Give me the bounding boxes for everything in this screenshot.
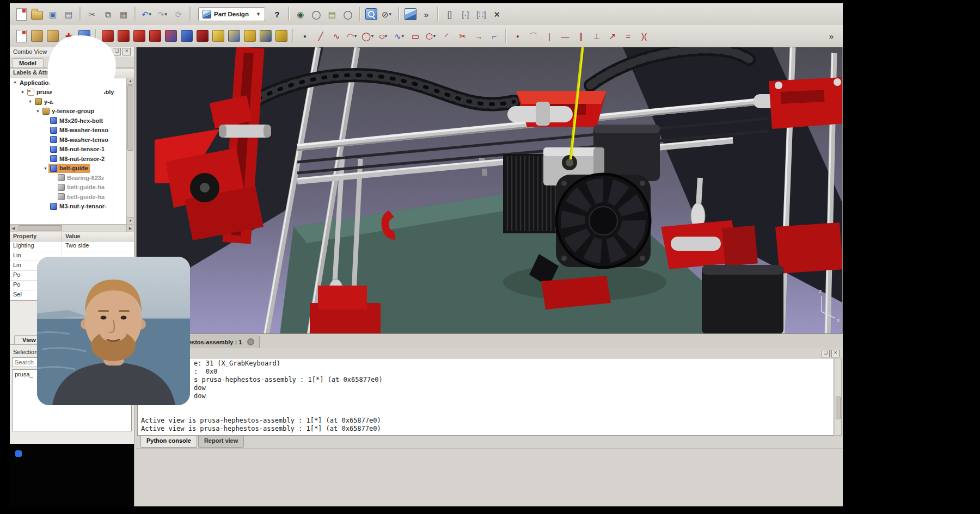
boolean-operation-icon[interactable] <box>164 29 178 43</box>
property-row-lighting[interactable]: LightingTwo side <box>10 241 134 251</box>
sketch-fillet-icon[interactable]: ◜ <box>440 29 454 43</box>
create-arc-icon[interactable]: ◠▼ <box>345 29 359 43</box>
view-overflow-icon[interactable]: » <box>419 7 433 21</box>
trim-edge-icon[interactable]: ✂ <box>456 29 470 43</box>
macro-stop-icon[interactable]: ◯ <box>309 7 323 21</box>
close-panel-icon[interactable]: ✕ <box>831 350 840 357</box>
tree-item-m8-nut-tensor-2[interactable]: M8-nut-tensor-2 <box>10 154 127 164</box>
tree-expander-icon[interactable]: ▼ <box>42 166 48 170</box>
part-cube-icon[interactable] <box>180 29 194 43</box>
tree-item-bearing-623z[interactable]: Bearing-623z <box>10 173 127 183</box>
additive-sphere-icon[interactable] <box>132 29 146 43</box>
datum-plane-icon[interactable] <box>195 29 210 43</box>
fit-all-icon[interactable] <box>364 7 378 21</box>
tree-item-y-tensor-group[interactable]: ▼y-tensor-group <box>10 107 127 116</box>
create-conic-icon[interactable]: ○▼ <box>377 29 391 43</box>
constraint-tangent-icon[interactable]: ↗ <box>605 29 620 43</box>
property-value[interactable]: Two side <box>62 241 134 251</box>
python-console-output[interactable]: e: 31 (X_GrabKeyboard): 0x0s prusa-hephe… <box>137 358 834 436</box>
tree-horizontal-scrollbar[interactable]: ◀ ▶ <box>10 224 134 232</box>
pocket-icon[interactable] <box>227 29 241 43</box>
create-line-icon[interactable]: ╱ <box>314 29 328 43</box>
taskbar-app-icon[interactable] <box>15 450 22 457</box>
close-document-icon[interactable] <box>247 338 254 345</box>
dropdown-caret-icon[interactable]: ▼ <box>370 34 375 39</box>
tree-item-belt-guide-ha[interactable]: belt-guide-ha <box>10 192 127 202</box>
create-point-icon[interactable]: • <box>298 29 312 43</box>
scroll-up-icon[interactable]: ▲ <box>127 78 134 85</box>
constraint-coincident-icon[interactable]: • <box>511 29 525 43</box>
tree-item-label-wrap[interactable]: y-tensor-group <box>41 107 96 116</box>
undo-icon[interactable]: ↶▼ <box>140 7 154 21</box>
constraint-perpendicular-icon[interactable]: ⊥ <box>590 29 604 43</box>
tree-item-label-wrap[interactable]: M8-washer-tenso <box>48 126 110 135</box>
dropdown-caret-icon[interactable]: ▼ <box>148 12 152 17</box>
tree-item-belt-guide-ha[interactable]: belt-guide-ha <box>10 183 127 193</box>
dropdown-caret-icon[interactable]: ▼ <box>432 34 437 39</box>
whats-this-icon[interactable]: ? <box>270 7 284 21</box>
scroll-down-icon[interactable]: ▼ <box>127 217 134 224</box>
create-polygon-icon[interactable]: ⬡▼ <box>424 29 438 43</box>
scroll-right-icon[interactable]: ▶ <box>126 225 134 232</box>
dropdown-caret-icon[interactable]: ▼ <box>353 34 358 39</box>
tree-item-m8-nut-tensor-1[interactable]: M8-nut-tensor-1 <box>10 145 127 154</box>
scroll-left-icon[interactable]: ◀ <box>10 225 17 232</box>
new-sketch-icon[interactable] <box>14 29 28 43</box>
tree-expander-icon[interactable]: ▼ <box>35 109 41 113</box>
tab-model[interactable]: Model <box>12 58 44 67</box>
float-panel-icon[interactable]: ❏ <box>113 48 121 55</box>
scrollbar-thumb[interactable] <box>127 85 133 151</box>
scrollbar-thumb[interactable] <box>19 225 62 231</box>
toolbar-overflow-icon[interactable]: » <box>824 29 838 43</box>
macros-dialog-icon[interactable]: ▤ <box>325 7 339 21</box>
workbench-selector[interactable]: Part Design ▼ <box>198 7 265 21</box>
tree-expander-icon[interactable]: ▼ <box>27 100 33 103</box>
float-panel-icon[interactable]: ❏ <box>822 350 830 357</box>
tree-item-m3-nut-y-tensor[interactable]: M3-nut-y-tensor- <box>10 202 127 212</box>
tree-item-label-wrap[interactable]: belt-guide-ha <box>56 192 106 202</box>
box-element-selection-icon[interactable]: [∷] <box>474 7 488 21</box>
tree-item-m3x20-hex-bolt[interactable]: M3x20-hex-bolt <box>10 116 127 126</box>
chamfer-icon[interactable] <box>274 29 289 43</box>
refresh-icon[interactable]: ⟳ <box>171 7 186 21</box>
constraint-symmetric-icon[interactable]: )( <box>637 29 651 43</box>
create-circle-icon[interactable]: ◯▼ <box>361 29 375 43</box>
save-icon[interactable]: ▣ <box>46 7 60 21</box>
macro-record-icon[interactable]: ◉ <box>293 7 308 21</box>
groove-icon[interactable] <box>259 29 273 43</box>
additive-helix-icon[interactable] <box>148 29 162 43</box>
new-file-icon[interactable] <box>14 7 28 21</box>
tree-vertical-scrollbar[interactable]: ▲ ▼ <box>126 78 134 224</box>
tree-item-label-wrap[interactable]: M3-nut-y-tensor- <box>48 202 108 212</box>
revolution-icon[interactable] <box>243 29 257 43</box>
constraint-equal-icon[interactable]: = <box>621 29 635 43</box>
tree-item-selected-highlight[interactable]: belt-guide <box>48 164 90 174</box>
tree-item-belt-guide[interactable]: ▼belt-guide <box>10 164 127 174</box>
redo-icon[interactable]: ↷▼ <box>156 7 170 21</box>
tree-item-label-wrap[interactable]: M8-washer-tenso <box>48 135 110 145</box>
export-body-icon[interactable] <box>30 29 44 43</box>
viewport-3d[interactable]: z x <box>136 47 843 334</box>
dropdown-caret-icon[interactable]: ▼ <box>388 12 393 17</box>
tab-report-view[interactable]: Report view <box>198 436 244 448</box>
constraint-point-on-object-icon[interactable]: ⌒ <box>526 29 541 43</box>
copy-icon[interactable]: ⧉ <box>101 7 115 21</box>
scrollbar-thumb[interactable] <box>836 397 841 419</box>
open-file-icon[interactable] <box>30 7 44 21</box>
additive-box-icon[interactable] <box>101 29 115 43</box>
close-panel-icon[interactable]: ✕ <box>122 48 131 55</box>
tree-expander-icon[interactable]: ▼ <box>20 90 26 94</box>
console-titlebar[interactable]: ❏ ✕ <box>136 348 843 358</box>
tree-item-label-wrap[interactable]: belt-guide-ha <box>56 183 106 193</box>
dropdown-caret-icon[interactable]: ▼ <box>401 34 405 39</box>
tree-expander-icon[interactable]: ▼ <box>12 80 18 84</box>
box-selection-icon[interactable]: [·] <box>458 7 473 21</box>
draw-style-icon[interactable]: ⊘▼ <box>380 7 394 21</box>
tree-item-label-wrap[interactable]: M3x20-hex-bolt <box>48 116 105 126</box>
tree-item-m8-washer-tenso[interactable]: M8-washer-tenso <box>10 135 127 145</box>
console-scrollbar[interactable] <box>835 358 842 436</box>
tree-item-label-wrap[interactable]: Bearing-623z <box>56 173 106 183</box>
extend-edge-icon[interactable]: → <box>471 29 486 43</box>
pad-icon[interactable] <box>211 29 225 43</box>
constraint-vertical-icon[interactable]: | <box>542 29 556 43</box>
